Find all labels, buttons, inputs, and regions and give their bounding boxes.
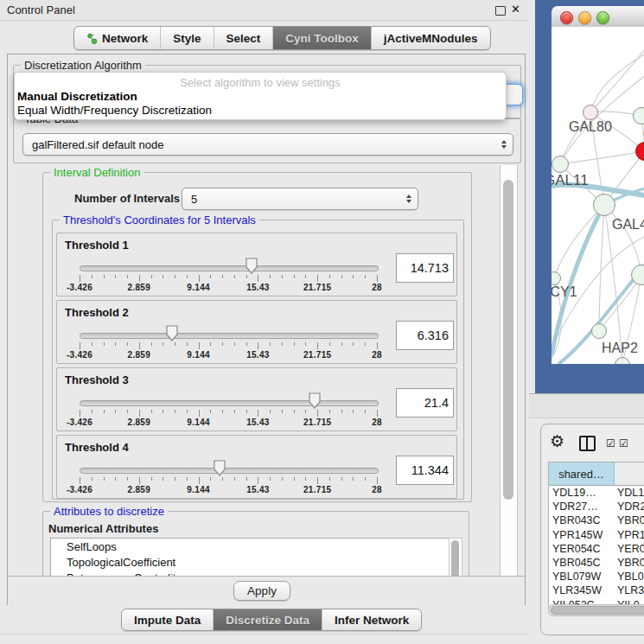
gear-icon[interactable]: ⚙	[550, 431, 564, 451]
slider-thumb[interactable]	[214, 460, 226, 476]
slider-track[interactable]	[80, 265, 379, 271]
close-icon[interactable]: ✕	[511, 3, 520, 16]
column-header-shared-name[interactable]: shared…	[549, 462, 615, 485]
network-node-gal80[interactable]	[583, 105, 598, 120]
threshold-value-field[interactable]: 21.4	[396, 388, 454, 418]
threshold-label: Threshold 2	[65, 306, 129, 319]
cell-shared-name[interactable]: YDR27…	[549, 501, 614, 513]
close-traffic-light-icon[interactable]	[560, 11, 573, 24]
table-row[interactable]: YDR27…YDR2	[549, 500, 644, 513]
node-label: GAL4	[612, 217, 644, 233]
threshold-panel: Threshold 2 -3.4262.8599.14415.4321.7152…	[56, 300, 457, 364]
network-node-gal4[interactable]	[593, 194, 615, 216]
slider-thumb[interactable]	[166, 325, 178, 341]
network-node-ga[interactable]	[633, 107, 644, 124]
cell-shared-name[interactable]: YBL079W	[549, 571, 614, 583]
float-window-icon[interactable]	[495, 6, 506, 16]
table-horizontal-scrollbar[interactable]	[548, 604, 644, 616]
cell-name[interactable]: YBR0	[614, 557, 644, 569]
cell-name[interactable]: YDL1	[614, 487, 644, 499]
checkbox-icon[interactable]: ☑	[619, 437, 628, 450]
table-row[interactable]: YER054CYER0	[549, 542, 644, 556]
tab-infer-network[interactable]: Infer Network	[322, 609, 421, 630]
node-label: HAP2	[602, 341, 638, 356]
table-panel-body: ⚙ ☑ ☑ shared… n YDL19…YDL1YDR27…YDR2YBR0…	[540, 424, 644, 635]
attribute-item[interactable]: TopologicalCoefficient	[51, 554, 449, 570]
cell-name[interactable]: YLR3	[614, 584, 644, 596]
scrollbar-thumb[interactable]	[551, 606, 644, 615]
cell-name[interactable]: YDR2	[614, 501, 644, 513]
scale-label: 2.859	[128, 350, 151, 360]
table-row[interactable]: YBR045CYBR0	[549, 556, 644, 570]
divider	[0, 634, 529, 634]
cell-name[interactable]: YPR1	[614, 529, 644, 541]
numerical-attributes-list[interactable]: SelfLoopsTopologicalCoefficientBetweenne…	[50, 538, 450, 576]
table-rows: YDL19…YDL1YDR27…YDR2YBR043CYBR0YPR145WYP…	[549, 486, 644, 612]
scale-label: 15.43	[246, 350, 270, 360]
tab-network[interactable]: Network	[74, 27, 161, 49]
cell-shared-name[interactable]: YER054C	[549, 543, 614, 555]
cell-shared-name[interactable]: YBR043C	[549, 514, 614, 526]
table-data-combobox[interactable]: galFiltered.sif default node	[22, 133, 513, 156]
cyni-toolbox-panel: Discretization Algorithm Select algorith…	[7, 54, 526, 605]
dropdown-option-manual-discretization[interactable]: Manual Discretization	[17, 90, 501, 103]
network-canvas[interactable]: GAL80GACGAL11GAL4GCY1HHAP2	[552, 27, 644, 364]
tab-label: Network	[102, 32, 148, 45]
combobox-spinner-icon	[495, 140, 513, 149]
interval-definition-group: Interval Definition Number of Intervals …	[42, 172, 472, 502]
tab-jactivemnodules[interactable]: jActiveMNodules	[372, 27, 490, 49]
zoom-traffic-light-icon[interactable]	[596, 11, 609, 24]
table-row[interactable]: YPR145WYPR1	[549, 528, 644, 542]
panel-vertical-scrollbar[interactable]	[500, 165, 518, 576]
tab-label: Style	[173, 32, 201, 45]
control-panel: Control Panel ✕ Network Style Select Cyn…	[0, 0, 529, 644]
number-of-intervals-label: Number of Intervals	[74, 192, 180, 205]
dropdown-hint: Select algorithm to view settings	[15, 76, 506, 89]
attribute-item[interactable]: BetweennessCentrality	[51, 570, 449, 576]
table-row[interactable]: YBL079WYBL0	[549, 570, 644, 583]
threshold-value-field[interactable]: 14.713	[396, 253, 454, 283]
dropdown-option-equal-width-frequency[interactable]: Equal Width/Frequency Discretization	[17, 104, 501, 117]
tab-impute-data[interactable]: Impute Data	[122, 609, 214, 630]
cell-name[interactable]: YER0	[614, 543, 644, 555]
threshold-value-field[interactable]: 6.316	[396, 321, 454, 350]
table-row[interactable]: YBR043CYBR0	[549, 513, 644, 527]
cell-name[interactable]: YBR0	[614, 514, 644, 526]
numerical-attributes-label: Numerical Attributes	[48, 522, 158, 535]
scrollbar-thumb[interactable]	[451, 540, 459, 576]
table-data-group: Table Data galFiltered.sif default node	[13, 118, 521, 163]
split-columns-icon[interactable]	[579, 436, 596, 451]
attributes-list-scrollbar[interactable]	[449, 538, 462, 576]
scrollbar-thumb[interactable]	[503, 180, 513, 500]
minimize-traffic-light-icon[interactable]	[578, 11, 591, 24]
threshold-label: Threshold 4	[65, 441, 129, 454]
apply-button[interactable]: Apply	[233, 581, 290, 601]
tab-select[interactable]: Select	[214, 27, 274, 49]
tab-discretize-data[interactable]: Discretize Data	[214, 609, 322, 630]
network-node-gal11[interactable]	[552, 156, 569, 173]
scale-label: 28	[372, 350, 382, 360]
checkbox-icon[interactable]: ☑	[606, 437, 615, 450]
number-of-intervals-combobox[interactable]: 5	[182, 188, 418, 210]
table-row[interactable]: YLR345WYLR3	[549, 583, 644, 597]
slider-thumb[interactable]	[245, 258, 258, 274]
tab-style[interactable]: Style	[161, 27, 214, 49]
network-window-titlebar[interactable]	[552, 6, 644, 28]
cell-shared-name[interactable]: YDL19…	[549, 487, 614, 499]
slider-track[interactable]	[80, 333, 379, 339]
cell-shared-name[interactable]: YBR045C	[549, 557, 614, 569]
column-header-name[interactable]: n	[615, 462, 644, 485]
slider-thumb[interactable]	[309, 392, 321, 409]
bottom-tab-bar: Impute Data Discretize Data Infer Networ…	[121, 609, 422, 631]
attribute-item[interactable]: SelfLoops	[51, 539, 449, 554]
cell-name[interactable]: YBL0	[614, 571, 644, 583]
table-row[interactable]: YDL19…YDL1	[549, 486, 644, 500]
cell-shared-name[interactable]: YPR145W	[549, 529, 614, 541]
slider-track[interactable]	[80, 468, 379, 474]
slider-track[interactable]	[80, 400, 379, 406]
threshold-value-field[interactable]: 11.344	[396, 456, 454, 485]
cell-shared-name[interactable]: YLR345W	[549, 584, 614, 596]
network-node-hap2[interactable]	[591, 323, 607, 339]
tab-cyni-toolbox[interactable]: Cyni Toolbox	[273, 27, 372, 49]
node-label: GAL11	[552, 172, 589, 189]
